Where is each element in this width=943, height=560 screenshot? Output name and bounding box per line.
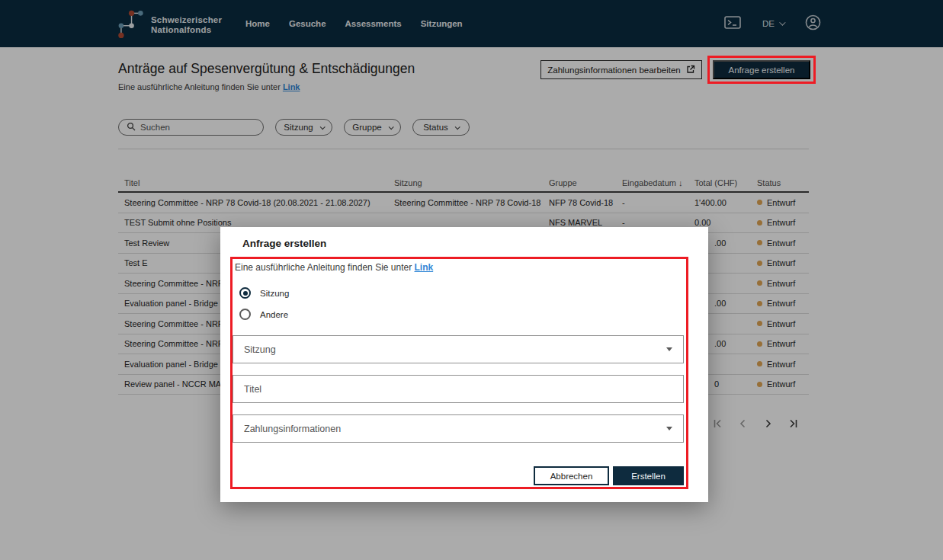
dropdown-arrow-icon (666, 427, 672, 430)
radio-button-icon[interactable] (239, 287, 251, 299)
create-request-dialog: Anfrage erstellen Eine ausführliche Anle… (220, 227, 708, 502)
radio-label: Sitzung (260, 289, 289, 298)
dropdown-arrow-icon (666, 347, 672, 351)
app-window: Schweizerischer Nationalfonds HomeGesuch… (0, 0, 943, 560)
radio-button-icon[interactable] (239, 309, 251, 320)
radio-sitzung[interactable]: Sitzung (239, 287, 289, 299)
field-placeholder: Sitzung (244, 344, 276, 355)
request-type-radio-group: SitzungAndere (239, 287, 289, 320)
radio-andere[interactable]: Andere (239, 309, 289, 320)
dialog-actions: Abbrechen Erstellen (220, 466, 684, 485)
field-placeholder: Titel (244, 384, 261, 395)
dialog-title: Anfrage erstellen (242, 238, 326, 249)
dialog-guide-link[interactable]: Link (415, 262, 434, 273)
input-titel[interactable]: Titel (233, 375, 684, 403)
cancel-button[interactable]: Abbrechen (534, 466, 609, 485)
dialog-fields: SitzungTitelZahlungsinformationen (233, 335, 684, 443)
field-placeholder: Zahlungsinformationen (244, 424, 341, 434)
dialog-hint-text: Eine ausführliche Anleitung finden Sie u… (235, 262, 415, 273)
select-sitzung[interactable]: Sitzung (233, 335, 684, 363)
select-zahlungsinformationen[interactable]: Zahlungsinformationen (233, 414, 684, 443)
dialog-hint: Eine ausführliche Anleitung finden Sie u… (235, 262, 433, 273)
create-submit-button[interactable]: Erstellen (613, 466, 684, 485)
radio-label: Andere (260, 310, 288, 319)
